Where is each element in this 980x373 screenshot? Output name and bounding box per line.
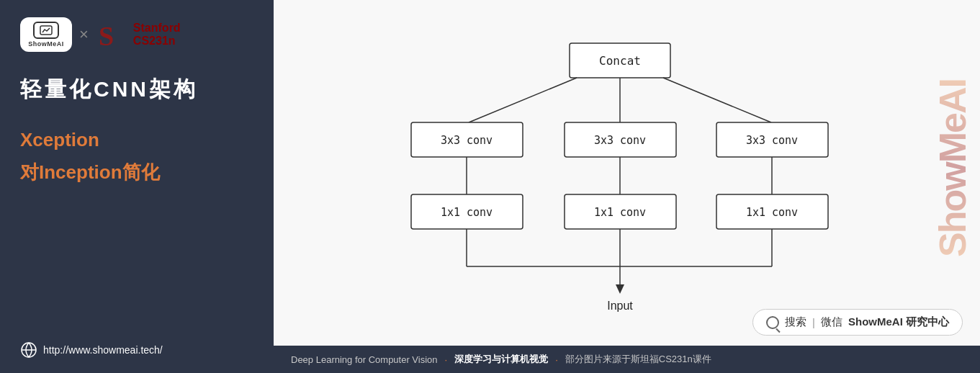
showmeai-logo-text: ShowMeAI: [28, 40, 64, 48]
svg-text:S: S: [99, 21, 114, 50]
stanford-course: CS231n: [133, 35, 176, 48]
svg-text:3x3  conv: 3x3 conv: [745, 134, 797, 147]
footer-text-en: Deep Learning for Computer Vision: [291, 354, 438, 365]
url-text: http://www.showmeai.tech/: [43, 344, 163, 356]
subtitle-cn: 对Inception简化: [20, 160, 253, 185]
search-label: 搜索: [785, 315, 806, 329]
stanford-s-icon: S: [96, 19, 126, 50]
showmeai-icon-box: [33, 22, 59, 39]
svg-text:1x1  conv: 1x1 conv: [745, 206, 797, 219]
diagram-area: Concat 3x3 conv 3x3 conv 3x3 conv: [274, 0, 980, 346]
showmeai-logo: ShowMeAI: [20, 17, 72, 52]
subtitle-en: Xception: [20, 129, 253, 151]
search-icon: [766, 316, 779, 329]
svg-text:1x1  conv: 1x1 conv: [440, 206, 492, 219]
footer: Deep Learning for Computer Vision · 深度学习…: [274, 346, 980, 373]
wechat-label: 微信: [821, 315, 842, 329]
inception-diagram: Concat 3x3 conv 3x3 conv 3x3 conv: [375, 29, 865, 317]
footer-dot2: ·: [555, 354, 558, 365]
search-brand: ShowMeAI 研究中心: [848, 315, 949, 329]
title-cn: 轻量化CNN架构: [20, 75, 253, 103]
stanford-text: Stanford CS231n: [133, 22, 181, 47]
svg-text:Concat: Concat: [599, 54, 641, 68]
footer-text-cn: 深度学习与计算机视觉: [454, 353, 548, 366]
svg-line-4: [469, 78, 577, 122]
stanford-logo: S Stanford CS231n: [96, 19, 181, 50]
svg-line-6: [663, 78, 771, 122]
svg-text:Input: Input: [607, 300, 633, 312]
svg-text:1x1  conv: 1x1 conv: [593, 206, 645, 219]
footer-dot1: ·: [445, 354, 448, 365]
bottom-url: http://www.showmeai.tech/: [20, 341, 163, 359]
url-icon: [20, 341, 37, 359]
svg-text:3x3  conv: 3x3 conv: [593, 134, 645, 147]
times-sign: ×: [79, 25, 89, 44]
stanford-name: Stanford: [133, 22, 181, 35]
left-panel: ShowMeAI × S Stanford CS231n 轻量化CNN架构 Xc…: [0, 0, 274, 373]
search-divider: |: [812, 316, 815, 328]
svg-text:3x3  conv: 3x3 conv: [440, 134, 492, 147]
search-bar[interactable]: 搜索 | 微信 ShowMeAI 研究中心: [752, 309, 963, 336]
svg-marker-27: [616, 284, 624, 294]
logo-area: ShowMeAI × S Stanford CS231n: [20, 17, 253, 52]
footer-note: 部分图片来源于斯坦福CS231n课件: [565, 353, 711, 366]
right-panel: Concat 3x3 conv 3x3 conv 3x3 conv: [274, 0, 980, 373]
